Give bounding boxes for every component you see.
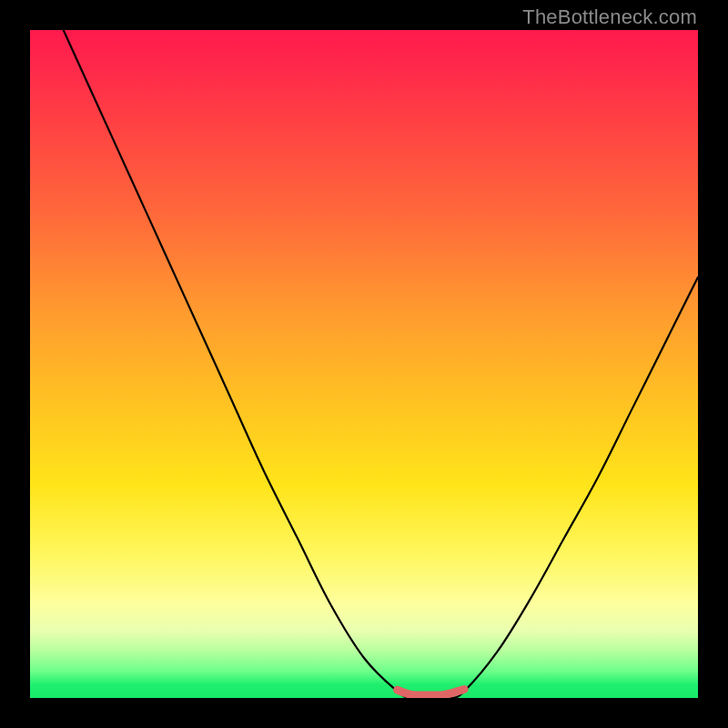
- curve-layer: [30, 30, 698, 698]
- plot-area: [30, 30, 698, 698]
- valley-floor: [398, 689, 464, 695]
- bottleneck-curve: [64, 30, 698, 698]
- watermark-text: TheBottleneck.com: [522, 5, 697, 29]
- chart-frame: TheBottleneck.com: [0, 0, 728, 728]
